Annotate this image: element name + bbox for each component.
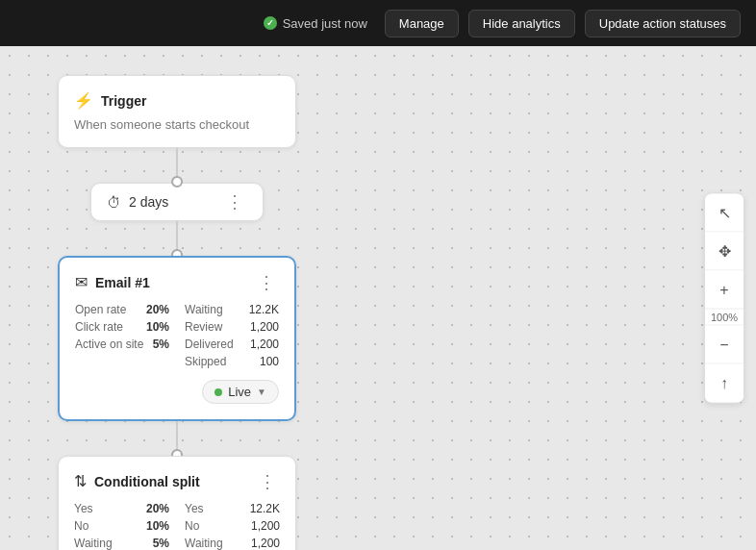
scroll-up-button[interactable]: ↑ xyxy=(705,364,743,403)
move-tool-button[interactable]: ✥ xyxy=(705,233,743,271)
delay-card: ⏱ 2 days ⋮ xyxy=(90,183,264,221)
scroll-up-icon: ↑ xyxy=(720,375,728,392)
delay-more-button[interactable]: ⋮ xyxy=(222,193,247,211)
trigger-title: Trigger xyxy=(101,93,146,109)
delivered-label: Delivered xyxy=(185,338,234,351)
manage-button[interactable]: Manage xyxy=(385,10,459,38)
open-rate-label: Open rate xyxy=(75,303,126,316)
topbar: Saved just now Manage Hide analytics Upd… xyxy=(0,0,756,46)
cond-no-count-label: No xyxy=(185,519,199,533)
email-title-row: ✉ Email #1 xyxy=(75,273,150,291)
cond-no-count-row: No 1,200 xyxy=(185,519,280,533)
email-title: Email #1 xyxy=(95,275,150,290)
click-rate-value: 10% xyxy=(146,320,169,334)
email-card-header: ✉ Email #1 ⋮ xyxy=(75,273,279,291)
click-rate-row: Click rate 10% xyxy=(75,320,169,334)
connector-dot-1 xyxy=(171,176,183,188)
email-more-button[interactable]: ⋮ xyxy=(254,274,279,291)
conditional-analytics-left: Yes 20% No 10% Waiting 5% xyxy=(74,502,169,550)
email-analytics-left: Open rate 20% Click rate 10% Active on s… xyxy=(75,303,169,368)
click-rate-label: Click rate xyxy=(75,320,123,334)
zoom-out-icon: − xyxy=(719,336,728,353)
conditional-analytics-right: Yes 12.2K No 1,200 Waiting 1,200 xyxy=(185,502,280,550)
delay-label: 2 days xyxy=(129,194,168,210)
live-badge-container: Live ▼ xyxy=(75,380,279,404)
skipped-value: 100 xyxy=(260,355,279,368)
cond-yes-row: Yes 20% xyxy=(74,502,169,515)
live-chevron-icon: ▼ xyxy=(257,387,266,397)
cond-waiting-row: Waiting 5% xyxy=(74,537,169,550)
cursor-tool-button[interactable]: ↖ xyxy=(705,194,743,233)
conditional-card-header: ⇅ Conditional split ⋮ xyxy=(74,472,280,490)
cond-waiting-count-label: Waiting xyxy=(185,537,223,550)
cond-yes-count-label: Yes xyxy=(185,502,204,515)
active-row: Active on site 5% xyxy=(75,338,169,351)
open-rate-row: Open rate 20% xyxy=(75,303,169,316)
email-analytics-right: Waiting 12.2K Review 1,200 Delivered 1,2… xyxy=(185,303,279,368)
connector-2 xyxy=(176,221,178,256)
waiting-row: Waiting 12.2K xyxy=(185,303,279,316)
zoom-in-icon: + xyxy=(719,281,728,298)
delivered-row: Delivered 1,200 xyxy=(185,338,279,351)
skipped-label: Skipped xyxy=(185,355,226,368)
trigger-icon: ⚡ xyxy=(74,91,93,110)
split-icon: ⇅ xyxy=(74,472,87,490)
active-label: Active on site xyxy=(75,338,143,351)
open-rate-value: 20% xyxy=(146,303,169,316)
waiting-value: 12.2K xyxy=(249,303,279,316)
saved-text: Saved just now xyxy=(283,16,367,31)
flow-container: ⚡ Trigger When someone starts checkout ⏱… xyxy=(58,75,296,550)
connector-1 xyxy=(176,148,178,183)
conditional-more-button[interactable]: ⋮ xyxy=(255,473,280,490)
live-label: Live xyxy=(228,385,251,399)
cond-waiting-value: 5% xyxy=(153,537,169,550)
review-row: Review 1,200 xyxy=(185,320,279,334)
hide-analytics-button[interactable]: Hide analytics xyxy=(468,10,575,38)
conditional-title-row: ⇅ Conditional split xyxy=(74,472,200,490)
skipped-row: Skipped 100 xyxy=(185,355,279,368)
waiting-label: Waiting xyxy=(185,303,223,316)
email-icon: ✉ xyxy=(75,273,88,291)
conditional-title: Conditional split xyxy=(94,474,200,489)
cond-no-count: 1,200 xyxy=(251,519,280,533)
trigger-title-row: ⚡ Trigger xyxy=(74,91,146,110)
delivered-value: 1,200 xyxy=(250,338,279,351)
cond-yes-value: 20% xyxy=(146,502,169,515)
conditional-split-card: ⇅ Conditional split ⋮ Yes 20% No 10% xyxy=(58,456,296,550)
cond-no-label: No xyxy=(74,519,88,533)
review-value: 1,200 xyxy=(250,320,279,334)
sidebar-tools: ↖ ✥ + 100% − ↑ xyxy=(704,193,744,404)
cond-yes-label: Yes xyxy=(74,502,93,515)
email-card: ✉ Email #1 ⋮ Open rate 20% Click rate 10… xyxy=(58,256,296,421)
live-dot-icon xyxy=(214,388,222,396)
workflow-canvas: ⚡ Trigger When someone starts checkout ⏱… xyxy=(0,46,756,550)
cond-waiting-label: Waiting xyxy=(74,537,113,550)
connector-3 xyxy=(176,421,178,456)
cursor-icon: ↖ xyxy=(718,204,731,222)
active-value: 5% xyxy=(153,338,169,351)
saved-indicator: Saved just now xyxy=(264,16,367,31)
conditional-analytics-section: Yes 20% No 10% Waiting 5% Yes 12 xyxy=(74,502,280,550)
zoom-in-button[interactable]: + xyxy=(705,271,743,310)
clock-icon: ⏱ xyxy=(107,194,121,211)
review-label: Review xyxy=(185,320,222,334)
live-badge[interactable]: Live ▼ xyxy=(202,380,279,404)
zoom-out-button[interactable]: − xyxy=(705,326,743,364)
trigger-card-header: ⚡ Trigger xyxy=(74,91,280,110)
trigger-card: ⚡ Trigger When someone starts checkout xyxy=(58,75,296,148)
cond-no-value: 10% xyxy=(146,519,169,533)
delay-left: ⏱ 2 days xyxy=(107,194,168,211)
email-analytics-section: Open rate 20% Click rate 10% Active on s… xyxy=(75,303,279,368)
move-icon: ✥ xyxy=(718,242,731,261)
trigger-subtitle: When someone starts checkout xyxy=(74,117,280,132)
cond-waiting-count-row: Waiting 1,200 xyxy=(185,537,280,550)
zoom-level: 100% xyxy=(705,310,743,326)
saved-dot-icon xyxy=(264,16,277,30)
cond-no-row: No 10% xyxy=(74,519,169,533)
cond-waiting-count: 1,200 xyxy=(251,537,280,550)
update-statuses-button[interactable]: Update action statuses xyxy=(585,10,741,38)
cond-yes-count: 12.2K xyxy=(250,502,280,515)
cond-yes-count-row: Yes 12.2K xyxy=(185,502,280,515)
